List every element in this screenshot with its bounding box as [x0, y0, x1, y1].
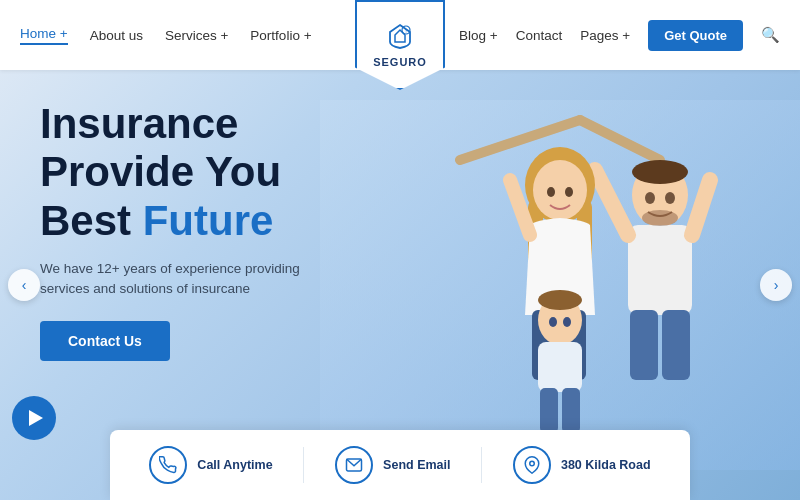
hero-section: Insurance Provide You Best Future We hav…	[0, 70, 800, 500]
hero-next-arrow[interactable]: ›	[760, 269, 792, 301]
divider-1	[303, 447, 304, 483]
nav-item-pages[interactable]: Pages +	[580, 28, 630, 43]
get-quote-button[interactable]: Get Quote	[648, 20, 743, 51]
svg-rect-10	[630, 310, 658, 380]
chevron-right-icon: ›	[774, 277, 779, 293]
phone-icon	[149, 446, 187, 484]
svg-point-27	[563, 317, 571, 327]
hero-title-line3-highlight: Future	[143, 197, 274, 244]
svg-point-18	[533, 160, 587, 220]
svg-point-20	[565, 187, 573, 197]
chevron-left-icon: ‹	[22, 277, 27, 293]
email-label: Send Email	[383, 458, 450, 472]
divider-2	[481, 447, 482, 483]
svg-rect-29	[540, 388, 558, 433]
address-label: 380 Kilda Road	[561, 458, 651, 472]
nav-item-contact[interactable]: Contact	[516, 28, 563, 43]
hero-content: Insurance Provide You Best Future We hav…	[40, 100, 420, 361]
bottom-item-call: Call Anytime	[149, 446, 272, 484]
bottom-info-bar: Call Anytime Send Email 380 Kilda Road	[110, 430, 690, 500]
hero-subtitle: We have 12+ years of experience providin…	[40, 259, 340, 300]
bottom-item-address: 380 Kilda Road	[513, 446, 651, 484]
svg-point-12	[645, 192, 655, 204]
nav-left: Home + About us Services + Portfolio +	[20, 26, 312, 45]
contact-us-button[interactable]: Contact Us	[40, 321, 170, 361]
nav-item-portfolio[interactable]: Portfolio +	[250, 28, 311, 43]
call-label: Call Anytime	[197, 458, 272, 472]
logo-icon: !	[386, 22, 414, 54]
play-icon	[29, 410, 43, 426]
svg-rect-30	[562, 388, 580, 433]
hero-title-line2: Provide You	[40, 148, 281, 195]
svg-point-32	[530, 461, 535, 466]
svg-point-14	[642, 210, 678, 226]
nav-item-services[interactable]: Services +	[165, 28, 228, 43]
location-icon	[513, 446, 551, 484]
hero-title-line3-plain: Best	[40, 197, 143, 244]
nav-item-home[interactable]: Home +	[20, 26, 68, 45]
nav-item-blog[interactable]: Blog +	[459, 28, 498, 43]
svg-point-26	[549, 317, 557, 327]
bottom-item-email: Send Email	[335, 446, 450, 484]
svg-point-6	[632, 160, 688, 184]
video-play-button[interactable]	[12, 396, 56, 440]
hero-title: Insurance Provide You Best Future	[40, 100, 420, 245]
navbar: Home + About us Services + Portfolio + !…	[0, 0, 800, 70]
email-icon	[335, 446, 373, 484]
svg-point-13	[665, 192, 675, 204]
hero-title-line1: Insurance	[40, 100, 238, 147]
nav-right: Blog + Contact Pages + Get Quote 🔍	[459, 20, 780, 51]
nav-item-about[interactable]: About us	[90, 28, 143, 43]
hero-prev-arrow[interactable]: ‹	[8, 269, 40, 301]
svg-rect-7	[628, 225, 692, 315]
svg-rect-28	[538, 342, 582, 392]
svg-rect-11	[662, 310, 690, 380]
logo-text: SEGURO	[373, 56, 427, 68]
svg-point-19	[547, 187, 555, 197]
search-icon[interactable]: 🔍	[761, 26, 780, 44]
svg-point-25	[538, 290, 582, 310]
